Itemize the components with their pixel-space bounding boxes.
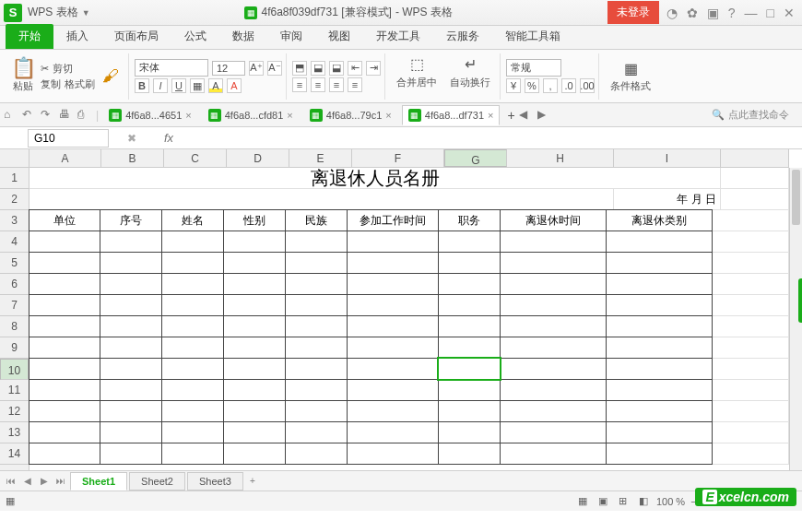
underline-button[interactable]: U [171,78,186,93]
align-right-button[interactable]: ≡ [329,77,344,92]
cell[interactable] [438,294,501,316]
cell[interactable] [285,273,348,295]
align-middle-button[interactable]: ⬓ [311,61,325,76]
cloud-icon-2[interactable]: ✿ [687,6,698,20]
cell[interactable] [161,400,224,422]
copy-button[interactable]: 复制 [41,77,61,91]
header-ethnic[interactable]: 民族 [285,209,348,231]
cell[interactable] [347,337,439,359]
merge-center-button[interactable]: ⬚合并居中 [391,53,442,100]
cell[interactable] [500,379,607,401]
sheet-title-cell[interactable]: 离退休人员名册 [29,168,721,189]
cell[interactable] [500,400,607,422]
cell[interactable] [500,231,607,253]
add-sheet-button[interactable]: + [245,474,260,489]
cell[interactable] [347,379,439,401]
header-position[interactable]: 职务 [438,209,501,231]
cell[interactable] [347,400,439,422]
cell[interactable] [438,421,501,443]
cell[interactable] [161,421,224,443]
tab-dev-tools[interactable]: 开发工具 [363,24,433,49]
tab-view[interactable]: 视图 [315,24,363,49]
wrap-text-button[interactable]: ↵自动换行 [444,53,496,100]
tab-start[interactable]: 开始 [6,24,53,49]
cell[interactable] [223,358,286,380]
tab-smart-toolbox[interactable]: 智能工具箱 [492,24,573,49]
tab-nav-right[interactable]: ▶ [537,108,552,123]
format-brush[interactable]: 🖌 [97,65,124,88]
sheet-nav-last[interactable]: ⏭ [53,474,68,489]
col-header-C[interactable]: C [164,149,227,167]
font-size-select[interactable]: 12 [212,61,245,76]
cell[interactable] [100,294,162,316]
cell[interactable] [438,358,501,380]
bold-button[interactable]: B [135,78,149,93]
col-header-E[interactable]: E [289,149,352,167]
name-box[interactable] [28,129,109,148]
cell[interactable] [161,252,224,274]
sheet-nav-next[interactable]: ▶ [37,474,52,489]
login-badge[interactable]: 未登录 [607,1,659,24]
tab-nav-left[interactable]: ◀ [519,108,534,123]
align-bottom-button[interactable]: ⬓ [329,61,344,76]
cell[interactable] [347,421,439,443]
row-header-5[interactable]: 5 [0,253,29,274]
cell[interactable] [606,400,713,422]
cell[interactable] [161,273,224,295]
cell[interactable] [161,231,224,253]
cell[interactable] [100,358,162,380]
paste-button[interactable]: 📋 粘贴 [7,57,39,95]
align-justify-button[interactable]: ≡ [348,77,362,92]
view-break-button[interactable]: ⊞ [616,494,631,509]
cell[interactable] [161,443,224,465]
close-button[interactable]: ✕ [784,6,795,20]
cell[interactable] [500,337,607,359]
cell[interactable] [606,358,713,380]
cell[interactable] [100,379,162,401]
cell[interactable] [161,379,224,401]
doc-tab-2[interactable]: ▦4f6a8...cfd81× [202,105,300,125]
tab-cloud[interactable]: 云服务 [433,24,492,49]
cell[interactable] [438,337,501,359]
cell[interactable] [29,252,100,274]
cells[interactable]: 离退休人员名册 年 月 日 单位 序号 姓名 性别 民族 参加工作时间 职务 离… [29,168,789,470]
sheet-nav-prev[interactable]: ◀ [20,474,35,489]
row-header-10[interactable]: 10 [0,359,29,380]
row-header-1[interactable]: 1 [0,168,29,189]
cell[interactable] [223,294,286,316]
cell[interactable] [285,337,348,359]
cell[interactable] [29,294,100,316]
vertical-scrollbar[interactable] [789,168,802,470]
col-header-F[interactable]: F [352,149,444,167]
date-cell[interactable]: 年 月 日 [614,189,721,210]
cell[interactable] [347,315,439,337]
cell[interactable] [606,231,713,253]
cell[interactable] [606,252,713,274]
number-format-select[interactable]: 常规 [506,59,561,77]
cloud-icon-1[interactable]: ◔ [666,6,678,20]
cell[interactable] [285,421,348,443]
row-header-12[interactable]: 12 [0,401,29,422]
qa-undo-icon[interactable]: ↶ [22,108,37,123]
align-center-button[interactable]: ≡ [311,77,325,92]
cell[interactable] [29,379,100,401]
cell[interactable] [100,315,162,337]
cell[interactable] [438,443,501,465]
cell[interactable] [223,252,286,274]
cell[interactable] [285,231,348,253]
row-header-3[interactable]: 3 [0,210,29,231]
cell[interactable] [223,421,286,443]
cell[interactable] [606,337,713,359]
cell[interactable] [500,315,607,337]
align-left-button[interactable]: ≡ [292,77,307,92]
cell[interactable] [100,400,162,422]
cond-format-button[interactable]: ▦条件格式 [605,57,656,95]
header-name[interactable]: 姓名 [161,209,224,231]
cell[interactable] [606,273,713,295]
cell[interactable] [347,252,439,274]
maximize-button[interactable]: □ [767,6,774,20]
row-header-7[interactable]: 7 [0,295,29,316]
cancel-icon[interactable]: ✖ [127,132,136,145]
indent-left-button[interactable]: ⇤ [348,61,362,76]
doc-tab-3[interactable]: ▦4f6a8...79c1× [303,105,398,125]
